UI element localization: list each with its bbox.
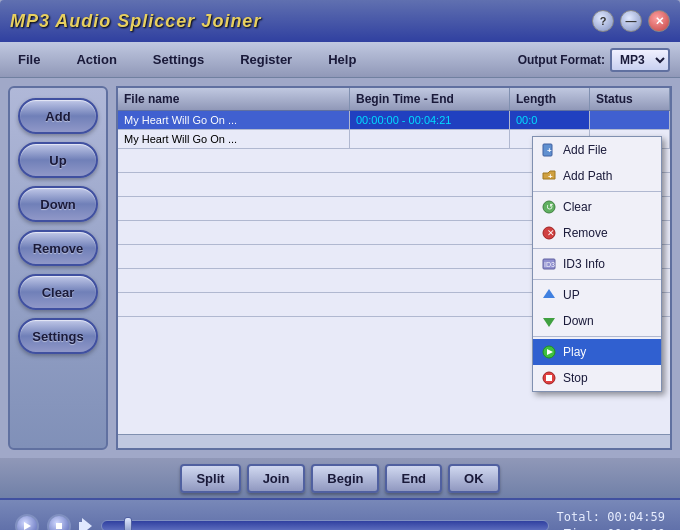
col-beginend: Begin Time - End bbox=[350, 88, 510, 110]
context-clear[interactable]: ↺ Clear bbox=[533, 194, 661, 220]
main-area: Add Up Down Remove Clear Settings File n… bbox=[0, 78, 680, 458]
context-add-file-label: Add File bbox=[563, 143, 607, 157]
stop-player-button[interactable] bbox=[47, 514, 71, 530]
up-button[interactable]: Up bbox=[18, 142, 98, 178]
minimize-button[interactable]: — bbox=[620, 10, 642, 32]
context-stop[interactable]: Stop bbox=[533, 365, 661, 391]
title-buttons: ? — ✕ bbox=[592, 10, 670, 32]
title-bar: MP3 Audio Spliccer Joiner ? — ✕ bbox=[0, 0, 680, 42]
context-add-path-label: Add Path bbox=[563, 169, 612, 183]
remove-icon: ✕ bbox=[541, 225, 557, 241]
context-play-label: Play bbox=[563, 345, 586, 359]
menu-file[interactable]: File bbox=[10, 48, 48, 71]
separator bbox=[533, 336, 661, 337]
player-bar: Total: 00:04:59 Time: 00:00:00 bbox=[0, 498, 680, 530]
context-menu: + Add File + Add Path bbox=[532, 136, 662, 392]
play-icon bbox=[541, 344, 557, 360]
svg-marker-9 bbox=[543, 289, 555, 298]
context-id3-label: ID3 Info bbox=[563, 257, 605, 271]
up-arrow-icon bbox=[541, 287, 557, 303]
output-format-area: Output Format: MP3 WAV OGG WMA bbox=[518, 48, 670, 72]
cell-filename-0: My Heart Will Go On ... bbox=[118, 111, 350, 129]
table-row[interactable]: My Heart Will Go On ... 00:00:00 - 00:04… bbox=[118, 111, 670, 130]
rewind-control[interactable] bbox=[79, 518, 93, 530]
context-add-path[interactable]: + Add Path bbox=[533, 163, 661, 189]
total-label: Total: bbox=[557, 510, 600, 524]
horizontal-scrollbar[interactable] bbox=[118, 434, 670, 448]
svg-text:+: + bbox=[547, 146, 552, 155]
context-remove[interactable]: ✕ Remove bbox=[533, 220, 661, 246]
separator bbox=[533, 248, 661, 249]
cell-time-0: 00:00:00 - 00:04:21 bbox=[350, 111, 510, 129]
context-clear-label: Clear bbox=[563, 200, 592, 214]
info-button[interactable]: ? bbox=[592, 10, 614, 32]
player-progress-slider[interactable] bbox=[101, 520, 549, 530]
context-down-label: Down bbox=[563, 314, 594, 328]
context-stop-label: Stop bbox=[563, 371, 588, 385]
svg-marker-15 bbox=[24, 522, 31, 530]
menu-settings[interactable]: Settings bbox=[145, 48, 212, 71]
svg-rect-16 bbox=[56, 523, 62, 529]
id3-icon: ID3 bbox=[541, 256, 557, 272]
svg-text:✕: ✕ bbox=[547, 228, 555, 238]
context-add-file[interactable]: + Add File bbox=[533, 137, 661, 163]
settings-button[interactable]: Settings bbox=[18, 318, 98, 354]
bottom-button-row: Split Join Begin End OK bbox=[0, 458, 680, 498]
menu-help[interactable]: Help bbox=[320, 48, 364, 71]
slider-thumb[interactable] bbox=[124, 517, 132, 530]
svg-rect-17 bbox=[79, 522, 82, 530]
svg-marker-10 bbox=[543, 318, 555, 327]
join-button[interactable]: Join bbox=[247, 464, 306, 493]
cell-length-0: 00:0 bbox=[510, 111, 590, 129]
col-status: Status bbox=[590, 88, 670, 110]
remove-button[interactable]: Remove bbox=[18, 230, 98, 266]
table-header: File name Begin Time - End Length Status bbox=[118, 88, 670, 111]
stop-icon bbox=[541, 370, 557, 386]
svg-text:↺: ↺ bbox=[546, 202, 554, 212]
split-button[interactable]: Split bbox=[180, 464, 240, 493]
output-format-label: Output Format: bbox=[518, 53, 605, 67]
clear-button[interactable]: Clear bbox=[18, 274, 98, 310]
down-button[interactable]: Down bbox=[18, 186, 98, 222]
output-format-select[interactable]: MP3 WAV OGG WMA bbox=[610, 48, 670, 72]
close-button[interactable]: ✕ bbox=[648, 10, 670, 32]
context-play[interactable]: Play bbox=[533, 339, 661, 365]
cell-filename-1: My Heart Will Go On ... bbox=[118, 130, 350, 148]
clear-icon: ↺ bbox=[541, 199, 557, 215]
context-down[interactable]: Down bbox=[533, 308, 661, 334]
cell-time-1 bbox=[350, 130, 510, 148]
svg-text:+: + bbox=[548, 172, 553, 181]
ok-button[interactable]: OK bbox=[448, 464, 500, 493]
total-time: 00:04:59 bbox=[607, 510, 665, 524]
app-title: MP3 Audio Spliccer Joiner bbox=[10, 11, 261, 32]
play-button[interactable] bbox=[15, 514, 39, 530]
col-length: Length bbox=[510, 88, 590, 110]
down-arrow-icon bbox=[541, 313, 557, 329]
begin-button[interactable]: Begin bbox=[311, 464, 379, 493]
table-container: File name Begin Time - End Length Status… bbox=[116, 86, 672, 450]
svg-text:ID3: ID3 bbox=[544, 261, 555, 268]
svg-rect-14 bbox=[546, 375, 552, 381]
col-filename: File name bbox=[118, 88, 350, 110]
menu-action[interactable]: Action bbox=[68, 48, 124, 71]
svg-marker-18 bbox=[82, 518, 92, 530]
cell-status-0 bbox=[590, 111, 670, 129]
separator bbox=[533, 279, 661, 280]
sidebar: Add Up Down Remove Clear Settings bbox=[8, 86, 108, 450]
context-up-label: UP bbox=[563, 288, 580, 302]
add-button[interactable]: Add bbox=[18, 98, 98, 134]
menu-register[interactable]: Register bbox=[232, 48, 300, 71]
context-remove-label: Remove bbox=[563, 226, 608, 240]
end-button[interactable]: End bbox=[385, 464, 442, 493]
player-time-display: Total: 00:04:59 Time: 00:00:00 bbox=[557, 509, 665, 530]
menu-bar: File Action Settings Register Help Outpu… bbox=[0, 42, 680, 78]
separator bbox=[533, 191, 661, 192]
context-up[interactable]: UP bbox=[533, 282, 661, 308]
context-id3[interactable]: ID3 ID3 Info bbox=[533, 251, 661, 277]
file-add-icon: + bbox=[541, 142, 557, 158]
folder-add-icon: + bbox=[541, 168, 557, 184]
